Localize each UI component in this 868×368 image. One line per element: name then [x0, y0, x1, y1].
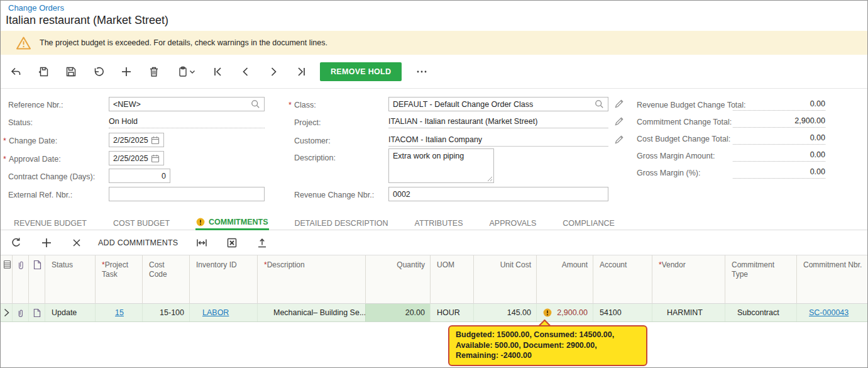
required-marker: *: [3, 137, 6, 145]
add-icon[interactable]: [119, 64, 134, 79]
calendar-icon[interactable]: [151, 154, 160, 163]
gross-margin-pct-value: 0.00: [733, 165, 825, 179]
tab-revenue-budget[interactable]: REVENUE BUDGET: [13, 210, 87, 230]
project-label: Project:: [294, 118, 321, 127]
lookup-icon[interactable]: [251, 99, 260, 109]
commitment-change-total-label: Commitment Change Total:: [637, 118, 732, 126]
approval-date-label: Approval Date:: [9, 155, 61, 164]
change-date-field[interactable]: 2/25/2025: [109, 133, 164, 147]
amount-warning-icon: [543, 308, 552, 317]
contract-change-value: 0: [162, 172, 166, 181]
customer-field[interactable]: ITACOM - Italian Company: [388, 133, 608, 147]
revenue-change-nbr-field[interactable]: 0002: [388, 187, 608, 201]
class-value: DEFAULT - Default Change Order Class: [393, 100, 595, 109]
cell-inventory-id[interactable]: LABOR: [189, 304, 257, 321]
col-header-quantity[interactable]: Quantity: [365, 255, 430, 303]
tooltip-line: Remaining: -2400.00: [456, 350, 640, 361]
tooltip-line: Available: 500.00, Document: 2900.00,: [456, 340, 640, 351]
export-excel-icon[interactable]: [224, 235, 239, 250]
col-header-uom[interactable]: UOM: [430, 255, 473, 303]
clipboard-menu-icon[interactable]: [174, 64, 198, 79]
external-ref-field[interactable]: [109, 187, 265, 201]
contract-change-label: Contract Change (Days):: [8, 172, 95, 181]
row-settings-icon[interactable]: [1, 255, 12, 303]
delete-icon[interactable]: [146, 64, 162, 79]
customer-label: Customer:: [294, 137, 331, 145]
tab-attributes[interactable]: ATTRIBUTES: [414, 210, 464, 230]
edit-customer-icon[interactable]: [614, 135, 624, 145]
tab-compliance[interactable]: COMPLIANCE: [562, 210, 615, 230]
tab-commitments[interactable]: COMMITMENTS: [195, 210, 268, 230]
row-note-icon[interactable]: [28, 304, 45, 321]
remove-hold-button[interactable]: REMOVE HOLD: [320, 62, 402, 81]
grid-header: Status *Project Task Cost Code Inventory…: [1, 255, 868, 304]
col-header-inventory-id[interactable]: Inventory ID: [189, 255, 257, 303]
cell-cost-code: 15-100: [142, 304, 189, 321]
required-marker: *: [3, 155, 6, 164]
edit-class-icon[interactable]: [614, 99, 624, 109]
required-marker: *: [288, 101, 292, 109]
col-header-project-task[interactable]: *Project Task: [95, 255, 142, 303]
gross-margin-amount-label: Gross Margin Amount:: [637, 152, 715, 160]
cell-project-task[interactable]: 15: [95, 304, 142, 321]
tab-detailed-description[interactable]: DETAILED DESCRIPTION: [294, 210, 389, 230]
save-close-icon[interactable]: [36, 64, 51, 79]
approval-date-field[interactable]: 2/25/2025: [109, 151, 164, 165]
col-header-status[interactable]: Status: [45, 255, 95, 303]
project-value: ITALIAN - Italian restaurant (Market Str…: [388, 117, 537, 126]
refresh-icon[interactable]: [9, 235, 24, 250]
last-record-icon[interactable]: [294, 64, 309, 79]
tab-approvals[interactable]: APPROVALS: [488, 210, 537, 230]
col-header-description[interactable]: *Description: [257, 255, 365, 303]
project-field[interactable]: ITALIAN - Italian restaurant (Market Str…: [388, 114, 608, 128]
delete-row-icon[interactable]: [69, 235, 84, 250]
revenue-budget-change-total-value: 0.00: [733, 97, 825, 111]
contract-change-field[interactable]: 0: [109, 169, 170, 183]
warning-banner: The project budget is exceeded. For deta…: [1, 31, 867, 55]
class-field[interactable]: DEFAULT - Default Change Order Class: [388, 97, 608, 111]
cell-unit-cost: 145.00: [473, 304, 536, 321]
tab-cost-budget[interactable]: COST BUDGET: [113, 210, 170, 230]
col-header-commitment-type[interactable]: Commitment Type: [725, 255, 796, 303]
attachments-column-icon[interactable]: [12, 255, 28, 303]
reference-nbr-field[interactable]: <NEW>: [109, 97, 265, 111]
main-toolbar: REMOVE HOLD: [1, 55, 867, 89]
first-record-icon[interactable]: [211, 64, 226, 79]
status-label: Status:: [8, 118, 33, 127]
undo-icon[interactable]: [91, 64, 106, 79]
change-date-label: Change Date:: [9, 137, 57, 145]
add-commitments-button[interactable]: ADD COMMITMENTS: [98, 238, 178, 247]
calendar-icon[interactable]: [151, 136, 160, 145]
row-attachment-icon[interactable]: [12, 304, 28, 321]
warning-banner-text: The project budget is exceeded. For deta…: [40, 38, 327, 47]
col-header-cost-code[interactable]: Cost Code: [142, 255, 189, 303]
cell-uom: HOUR: [430, 304, 473, 321]
upload-icon[interactable]: [255, 235, 270, 250]
lookup-icon[interactable]: [595, 99, 604, 109]
col-header-vendor[interactable]: *Vendor: [652, 255, 725, 303]
status-value: On Hold: [109, 114, 265, 128]
gross-margin-amount-value: 0.00: [733, 148, 825, 162]
edit-project-icon[interactable]: [614, 116, 624, 126]
save-icon[interactable]: [63, 64, 79, 79]
breadcrumb[interactable]: Change Orders: [8, 3, 64, 13]
col-header-amount[interactable]: Amount: [536, 255, 593, 303]
col-header-account[interactable]: Account: [593, 255, 652, 303]
add-row-icon[interactable]: [39, 235, 54, 250]
more-actions-icon[interactable]: [414, 64, 429, 79]
cell-description: Mechanical– Building Se...: [257, 304, 365, 321]
resize-handle[interactable]: [487, 176, 493, 182]
revenue-change-nbr-label: Revenue Change Nbr.:: [294, 191, 374, 199]
description-field[interactable]: Extra work on piping: [388, 148, 494, 183]
notes-column-icon[interactable]: [28, 255, 45, 303]
back-icon[interactable]: [8, 64, 23, 79]
table-row[interactable]: Update 15 15-100 LABOR Mechanical– Build…: [1, 304, 868, 322]
cell-commitment-nbr[interactable]: SC-000043: [796, 304, 868, 321]
col-header-unit-cost[interactable]: Unit Cost: [473, 255, 536, 303]
revenue-change-nbr-value: 0002: [393, 190, 604, 199]
cell-quantity[interactable]: 20.00: [365, 304, 430, 321]
col-header-commitment-nbr[interactable]: Commitment Nbr.: [796, 255, 868, 303]
previous-record-icon[interactable]: [238, 64, 253, 79]
next-record-icon[interactable]: [266, 64, 281, 79]
fit-width-icon[interactable]: [194, 235, 209, 250]
